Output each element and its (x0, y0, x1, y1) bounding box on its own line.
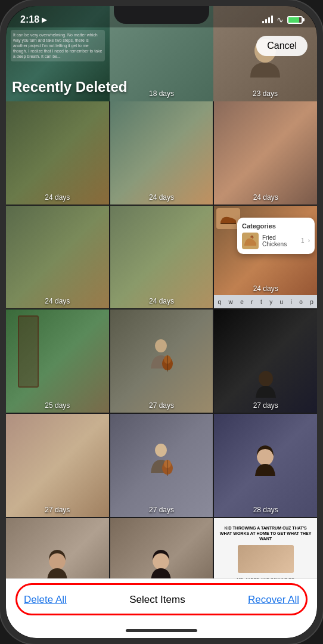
photo-grid: 24 days 24 days 24 days 24 days 24 days (6, 101, 317, 578)
wifi-icon: ∿ (277, 15, 284, 24)
home-indicator (126, 629, 197, 632)
photo-grid-area: 24 days 24 days 24 days 24 days 24 days (6, 101, 317, 578)
meme-line1: KID THROWING A TANTRUM CUZ THAT'S WHAT W… (219, 525, 312, 541)
photo-cell-with-popup[interactable]: Categories Fried Chickens 1 › (214, 206, 317, 309)
photo-cell[interactable]: 24 days (110, 206, 213, 309)
category-row: Fried Chickens 1 › (242, 233, 310, 249)
portrait3-icon (145, 547, 178, 578)
photo-cell[interactable]: 25 days (6, 309, 109, 413)
location-icon: ▶ (42, 16, 46, 24)
status-icons: ∿ (262, 15, 303, 24)
category-arrow-icon: › (308, 237, 310, 244)
dark-person-icon (251, 368, 281, 404)
photo-cell[interactable]: 27 days (6, 414, 109, 517)
keyboard-hint: qwert yuiop (214, 295, 317, 308)
phone-frame: 2:18 ▶ ∿ (0, 0, 323, 644)
portrait-icon (249, 443, 282, 488)
photo-cell[interactable]: 27 days (214, 309, 317, 413)
recover-all-button[interactable]: Recover All (248, 594, 299, 606)
screen: 2:18 ▶ ∿ (6, 6, 317, 638)
photo-cell-meme[interactable]: KID THROWING A TANTRUM CUZ THAT'S WHAT W… (214, 518, 317, 578)
photo-cell[interactable]: 27 days (110, 309, 213, 413)
photo-cell[interactable]: 27 days (110, 414, 213, 517)
person-guitar2-icon (145, 443, 178, 488)
status-time: 2:18 ▶ (20, 14, 46, 25)
photo-cell[interactable]: 24 days (110, 101, 213, 205)
recently-deleted-title: Recently Deleted (12, 79, 127, 95)
categories-popup: Categories Fried Chickens 1 › (237, 218, 315, 254)
photo-cell[interactable]: 28 days (214, 414, 317, 517)
category-name: Fried Chickens (262, 234, 297, 247)
svg-point-5 (259, 371, 273, 386)
photo-cell[interactable]: 24 days (6, 101, 109, 205)
svg-point-6 (155, 444, 167, 457)
delete-all-button[interactable]: Delete All (24, 594, 67, 606)
svg-point-1 (155, 339, 167, 352)
select-items-title: Select Items (129, 594, 185, 606)
photo-cell[interactable]: 24 days (214, 101, 317, 205)
category-thumb (242, 233, 259, 249)
shoe-icon (219, 211, 237, 226)
photo-cell[interactable]: 24 days (6, 206, 109, 309)
photo-cell[interactable]: 28 days (6, 518, 109, 578)
cancel-button[interactable]: Cancel (256, 36, 308, 56)
battery-icon (287, 16, 303, 24)
notch (114, 6, 209, 24)
top-days-right: 23 days (213, 89, 317, 98)
signal-icon (262, 16, 273, 23)
categories-title: Categories (242, 222, 310, 230)
portrait2-icon (41, 547, 74, 578)
category-count: 1 (301, 237, 305, 244)
fried-chicken-icon (242, 233, 259, 249)
person-guitar-icon (145, 339, 178, 383)
photo-cell[interactable]: 28 days (110, 518, 213, 578)
